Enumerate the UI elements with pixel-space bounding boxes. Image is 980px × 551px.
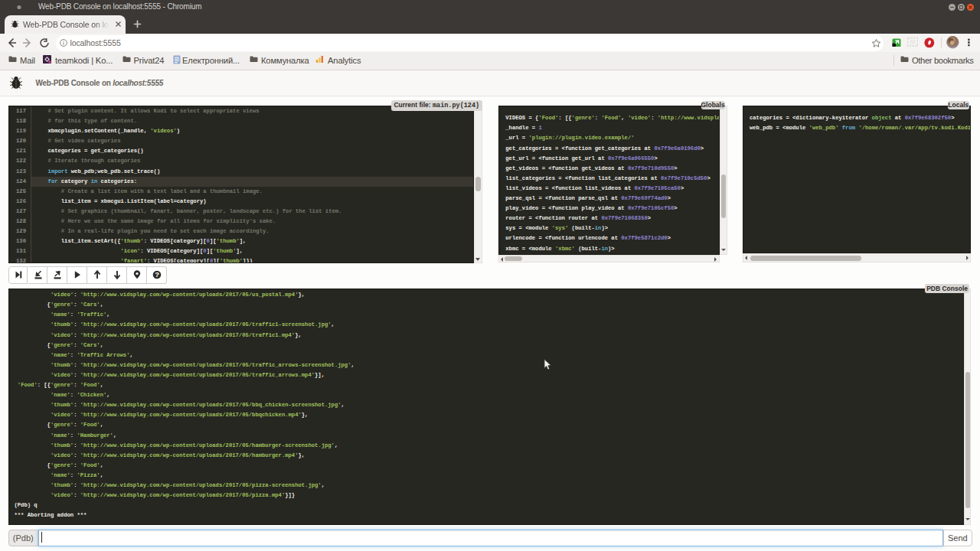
svg-text:?: ? — [155, 270, 159, 279]
